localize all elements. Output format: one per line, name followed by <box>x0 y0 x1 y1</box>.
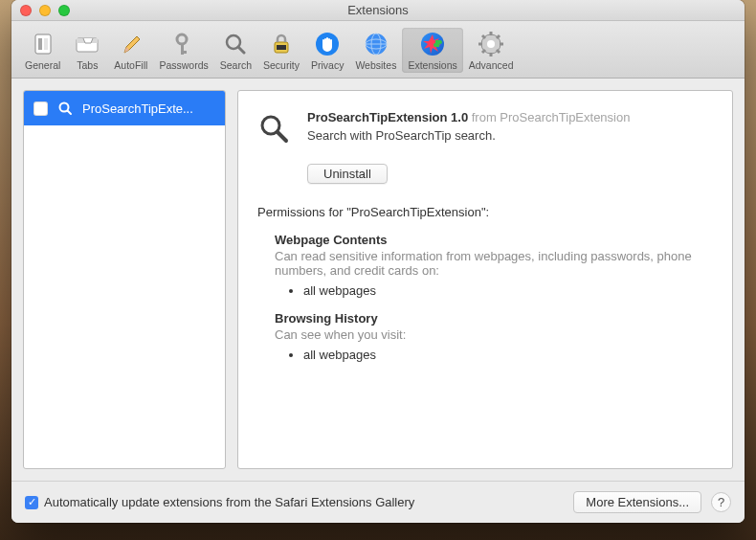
tab-general[interactable]: General <box>19 28 66 73</box>
extension-detail: ProSearchTipExtension 1.0 from ProSearch… <box>237 90 733 469</box>
globe-icon <box>362 30 390 58</box>
svg-line-27 <box>497 35 500 38</box>
svg-point-19 <box>487 40 495 48</box>
svg-rect-1 <box>38 38 42 50</box>
tab-advanced[interactable]: Advanced <box>463 28 520 73</box>
check-icon: ✓ <box>25 496 38 509</box>
auto-update-label: Automatically update extensions from the… <box>44 495 414 509</box>
help-button[interactable]: ? <box>711 492 731 512</box>
svg-point-5 <box>177 34 187 44</box>
more-extensions-button[interactable]: More Extensions... <box>573 491 701 513</box>
tab-extensions[interactable]: Extensions <box>402 28 462 73</box>
switch-icon <box>29 30 57 58</box>
traffic-lights <box>20 5 70 16</box>
window-title: Extensions <box>11 3 745 17</box>
extension-enable-checkbox[interactable] <box>33 101 48 116</box>
svg-line-29 <box>68 111 72 115</box>
extension-description: Search with ProSearchTip search. <box>307 128 630 143</box>
tab-security[interactable]: Security <box>257 28 305 73</box>
tab-privacy[interactable]: Privacy <box>305 28 349 73</box>
tab-autofill[interactable]: AutoFill <box>108 28 153 73</box>
permission-browsing-history: Browsing History Can see when you visit:… <box>275 311 713 362</box>
tab-passwords[interactable]: Passwords <box>153 28 213 73</box>
extensions-list: ProSearchTipExte... <box>23 90 226 469</box>
svg-line-9 <box>238 47 244 53</box>
hand-icon <box>313 30 342 58</box>
svg-line-25 <box>497 50 500 53</box>
search-icon <box>57 101 73 116</box>
svg-line-31 <box>278 132 286 141</box>
tab-websites[interactable]: Websites <box>349 28 402 73</box>
svg-rect-11 <box>277 45 286 50</box>
pencil-icon <box>117 30 145 58</box>
svg-rect-2 <box>44 38 48 50</box>
search-icon <box>257 112 290 145</box>
svg-line-26 <box>482 50 485 53</box>
extension-source: from ProSearchTipExtension <box>472 110 631 124</box>
titlebar: Extensions <box>11 0 745 21</box>
svg-line-24 <box>482 35 485 38</box>
permission-scope: all webpages <box>303 283 713 298</box>
search-icon <box>221 30 250 58</box>
svg-rect-7 <box>181 51 187 54</box>
toolbar: General Tabs AutoFill Passwords Search <box>11 21 745 79</box>
footer: ✓ Automatically update extensions from t… <box>11 481 745 523</box>
permissions-header: Permissions for "ProSearchTipExtension": <box>257 205 713 219</box>
extension-name: ProSearchTipExte... <box>82 101 193 116</box>
tabs-icon <box>73 30 101 58</box>
tab-tabs[interactable]: Tabs <box>66 28 108 73</box>
svg-rect-0 <box>35 34 51 54</box>
key-icon <box>169 30 198 58</box>
lock-icon <box>267 30 296 58</box>
extension-list-item[interactable]: ProSearchTipExte... <box>24 91 225 125</box>
uninstall-button[interactable]: Uninstall <box>307 164 388 184</box>
close-icon[interactable] <box>20 5 32 16</box>
extension-title: ProSearchTipExtension 1.0 from ProSearch… <box>307 110 630 124</box>
tab-search[interactable]: Search <box>214 28 257 73</box>
puzzle-icon <box>418 30 447 58</box>
permission-webpage-contents: Webpage Contents Can read sensitive info… <box>275 233 713 298</box>
content: ProSearchTipExte... ProSearchTipExtensio… <box>11 79 745 481</box>
auto-update-checkbox[interactable]: ✓ Automatically update extensions from t… <box>25 495 414 509</box>
gear-icon <box>477 30 505 58</box>
preferences-window: Extensions General Tabs AutoFill Passwor… <box>11 0 745 523</box>
maximize-icon[interactable] <box>58 5 70 16</box>
permission-scope: all webpages <box>303 348 713 362</box>
minimize-icon[interactable] <box>39 5 51 16</box>
